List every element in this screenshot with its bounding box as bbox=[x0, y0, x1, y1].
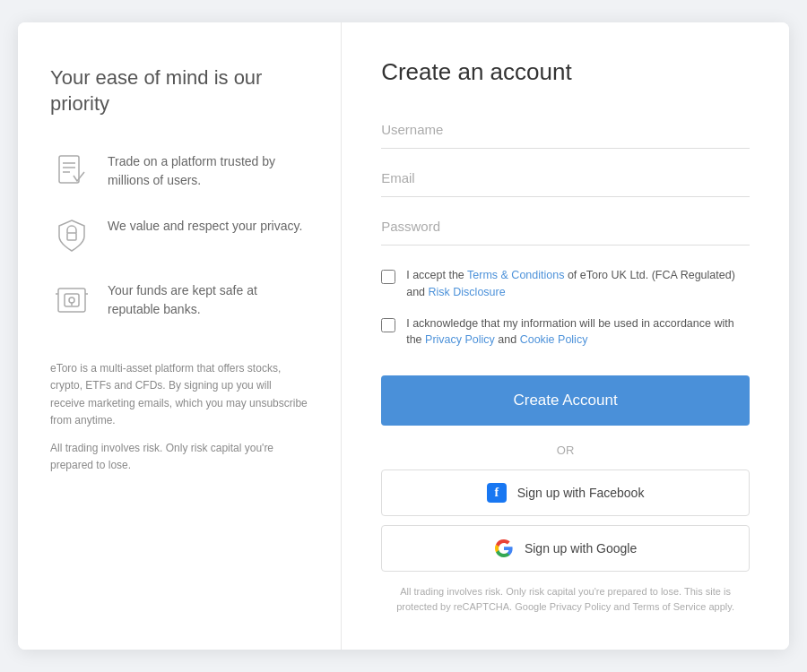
email-input[interactable] bbox=[381, 159, 750, 197]
privacy-checkbox[interactable] bbox=[381, 318, 395, 332]
form-title: Create an account bbox=[381, 58, 750, 86]
left-panel: Your ease of mind is our priority Trade … bbox=[18, 22, 342, 650]
cookie-policy-link[interactable]: Cookie Policy bbox=[520, 333, 588, 346]
svg-point-7 bbox=[69, 297, 74, 303]
trusted-icon bbox=[50, 149, 93, 192]
feature-list: Trade on a platform trusted by millions … bbox=[50, 149, 308, 321]
safe-icon bbox=[50, 278, 93, 321]
facebook-icon: f bbox=[487, 483, 507, 503]
username-input[interactable] bbox=[381, 111, 750, 149]
left-disclaimer: eToro is a multi-asset platform that off… bbox=[50, 360, 308, 474]
feature-trusted: Trade on a platform trusted by millions … bbox=[50, 149, 308, 192]
terms-checkbox-group: I accept the Terms & Conditions of eToro… bbox=[381, 267, 750, 301]
facebook-label: Sign up with Facebook bbox=[517, 486, 645, 500]
risk-disclosure-link[interactable]: Risk Disclosure bbox=[429, 286, 506, 298]
main-container: Your ease of mind is our priority Trade … bbox=[18, 22, 789, 650]
or-divider: OR bbox=[381, 444, 750, 457]
google-icon bbox=[494, 538, 514, 558]
footer-disclaimer: All trading involves risk. Only risk cap… bbox=[381, 584, 750, 614]
google-label: Sign up with Google bbox=[525, 541, 637, 556]
feature-privacy: We value and respect your privacy. bbox=[50, 213, 308, 256]
feature-safe-text: Your funds are kept safe at reputable ba… bbox=[108, 278, 308, 319]
feature-trusted-text: Trade on a platform trusted by millions … bbox=[108, 149, 308, 190]
privacy-checkbox-group: I acknowledge that my information will b… bbox=[381, 315, 750, 349]
password-group bbox=[381, 208, 750, 253]
terms-link[interactable]: Terms & Conditions bbox=[467, 269, 564, 281]
privacy-policy-link[interactable]: Privacy Policy bbox=[425, 333, 495, 346]
right-panel: Create an account I accept the Terms & C… bbox=[342, 22, 789, 650]
svg-rect-4 bbox=[67, 233, 76, 240]
terms-label: I accept the Terms & Conditions of eToro… bbox=[406, 267, 750, 301]
facebook-signup-button[interactable]: f Sign up with Facebook bbox=[381, 470, 750, 516]
feature-safe: Your funds are kept safe at reputable ba… bbox=[50, 278, 308, 321]
google-signup-button[interactable]: Sign up with Google bbox=[381, 525, 750, 572]
svg-rect-5 bbox=[58, 289, 85, 312]
create-account-button[interactable]: Create Account bbox=[381, 375, 750, 426]
terms-checkbox[interactable] bbox=[381, 270, 395, 284]
feature-privacy-text: We value and respect your privacy. bbox=[108, 213, 302, 236]
username-group bbox=[381, 111, 750, 156]
email-group bbox=[381, 159, 750, 204]
privacy-icon bbox=[50, 213, 93, 256]
password-input[interactable] bbox=[381, 208, 750, 246]
privacy-label: I acknowledge that my information will b… bbox=[406, 315, 750, 349]
left-headline: Your ease of mind is our priority bbox=[50, 65, 308, 116]
